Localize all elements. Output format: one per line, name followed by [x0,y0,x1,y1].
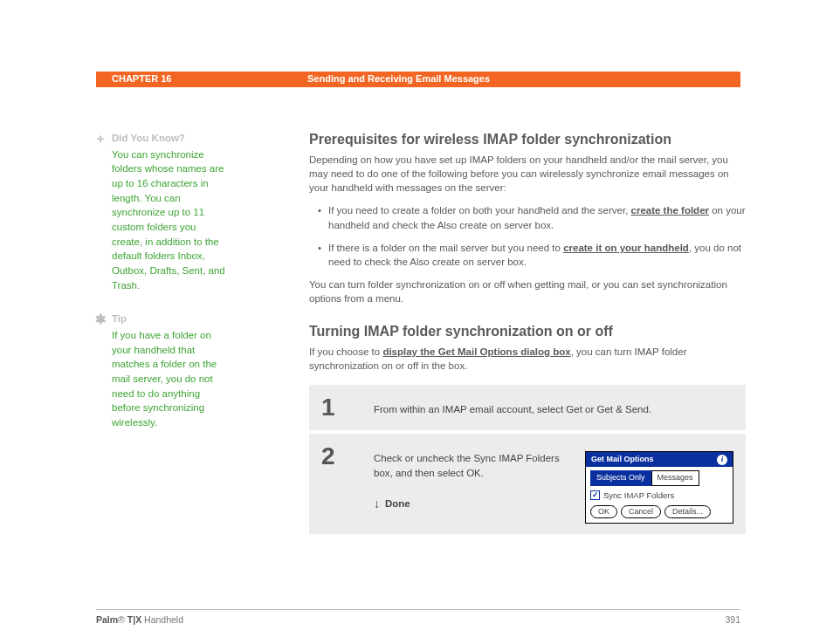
tip-block: ✱ Tip If you have a folder on your handh… [94,312,225,429]
page-number: 391 [725,613,740,627]
done-row: ↓ Done [374,497,571,511]
brand-name: Palm [96,614,118,625]
sync-imap-folders-checkbox[interactable]: ✓ [590,490,600,500]
sync-imap-folders-row: ✓ Sync IMAP Folders [590,490,728,502]
tip-body: If you have a folder on your handheld th… [112,328,225,430]
brand-model: T|X [125,614,141,625]
bullet-text: If there is a folder on the mail server … [328,243,563,253]
dialog-titlebar: Get Mail Options i [586,452,733,467]
tab-messages[interactable]: Messages [651,470,699,485]
intro-text: If you choose to [309,346,382,357]
details-button[interactable]: Details... [664,505,711,518]
info-icon[interactable]: i [717,455,727,465]
done-label: Done [385,497,410,511]
create-folder-link[interactable]: create the folder [631,205,709,216]
turning-intro: If you choose to display the Get Mail Op… [309,345,746,373]
steps: 1 From within an IMAP email account, sel… [309,385,746,533]
list-item: If you need to create a folder on both y… [318,203,746,231]
main-content: Prerequisites for wireless IMAP folder s… [309,129,746,538]
step-number: 2 [321,444,374,523]
cancel-button[interactable]: Cancel [621,505,661,518]
down-arrow-icon: ↓ [374,497,380,510]
sync-imap-folders-label: Sync IMAP Folders [603,490,674,502]
step-1: 1 From within an IMAP email account, sel… [309,385,746,430]
step-body: From within an IMAP email account, selec… [374,395,733,420]
plus-icon: + [94,132,107,145]
tab-subjects-only[interactable]: Subjects Only [590,470,651,485]
bullet-text: If you need to create a folder on both y… [328,205,631,216]
footer-brand: Palm® T|X Handheld [96,613,183,627]
step-2: 2 Check or uncheck the Sync IMAP Folders… [309,434,746,533]
chapter-header: CHAPTER 16 Sending and Receiving Email M… [96,72,740,87]
did-you-know-body: You can synchronize folders whose names … [112,147,225,293]
list-item: If there is a folder on the mail server … [318,241,746,269]
sidebar: + Did You Know? You can synchronize fold… [94,131,225,449]
ok-button[interactable]: OK [590,505,617,518]
get-mail-options-dialog: Get Mail Options i Subjects Only Message… [585,451,733,523]
prerequisites-intro: Depending on how you have set up IMAP fo… [309,153,746,195]
prerequisites-list: If you need to create a folder on both y… [318,203,746,268]
section-heading-prerequisites: Prerequisites for wireless IMAP folder s… [309,129,746,149]
brand-tail: Handheld [141,614,183,625]
step-number: 1 [321,395,374,420]
did-you-know-block: + Did You Know? You can synchronize fold… [94,131,225,292]
asterisk-icon: ✱ [94,312,107,325]
chapter-label: CHAPTER 16 [112,72,171,86]
dialog-title: Get Mail Options [591,454,654,465]
did-you-know-heading: Did You Know? [112,131,225,146]
dialog-tabs: Subjects Only Messages [590,470,728,485]
section-heading-turning: Turning IMAP folder synchronization on o… [309,321,746,341]
step-text: Check or uncheck the Sync IMAP Folders b… [374,451,571,480]
step-body: Check or uncheck the Sync IMAP Folders b… [374,444,733,523]
brand-reg: ® [118,614,125,625]
page-footer: Palm® T|X Handheld 391 [96,609,740,627]
create-on-handheld-link[interactable]: create it on your handheld [563,243,689,253]
prerequisites-outro: You can turn folder synchronization on o… [309,277,746,305]
chapter-title: Sending and Receiving Email Messages [307,72,490,86]
display-get-mail-options-link[interactable]: display the Get Mail Options dialog box [382,346,570,357]
tip-heading: Tip [112,312,225,326]
